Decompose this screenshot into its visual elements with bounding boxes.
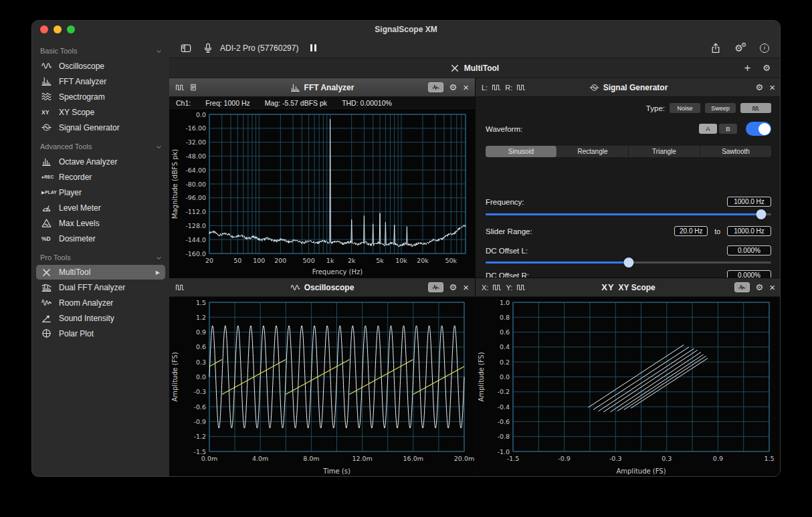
panel-settings-button[interactable]: ⚙: [449, 83, 458, 92]
sidebar-item-max-levels[interactable]: Max Levels: [32, 215, 169, 231]
panel-close-button[interactable]: ×: [463, 82, 469, 92]
xy-scope-icon: XY: [41, 109, 59, 116]
share-button[interactable]: [710, 43, 721, 54]
sidebar-item-label: Dual FFT Analyzer: [59, 283, 125, 292]
svg-text:-160.0: -160.0: [185, 250, 206, 257]
x-channel-label: X:: [482, 284, 488, 292]
multitool-settings-button[interactable]: ⚙: [763, 64, 771, 72]
sidebar-item-label: Oscilloscope: [59, 62, 104, 71]
sidebar-item-sound-intensity[interactable]: Sound Intensity: [32, 310, 169, 326]
slider-knob[interactable]: [756, 209, 767, 219]
sidebar-item-dual-fft-analyzer[interactable]: Dual FFT Analyzer: [32, 280, 169, 295]
sidebar-item-spectrogram[interactable]: Spectrogram: [32, 89, 169, 104]
sidebar-item-room-analyzer[interactable]: Room Analyzer: [32, 295, 169, 310]
chart-display-toggle[interactable]: [734, 282, 750, 292]
sidebar-item-xy-scope[interactable]: XY XY Scope: [32, 104, 169, 120]
y-input-signal-icon[interactable]: [516, 283, 526, 292]
panel-title: Oscilloscope: [304, 283, 354, 292]
range-max-field[interactable]: 1000.0 Hz: [727, 226, 771, 236]
close-window-button[interactable]: [40, 25, 48, 33]
fft-chart[interactable]: 20501002005001k2k5k10k20k50k0.0-16.00-32…: [169, 109, 475, 278]
svg-text:1.2: 1.2: [196, 314, 206, 321]
panel-settings-button[interactable]: ⚙: [756, 83, 764, 92]
segment-rectangle[interactable]: Rectangle: [557, 146, 629, 157]
sidebar-section-basic-tools[interactable]: Basic Tools: [40, 44, 163, 58]
dc-offset-l-label: DC Offset L:: [486, 247, 528, 255]
chevron-down-icon: [155, 47, 163, 55]
svg-text:-0.3: -0.3: [193, 388, 206, 395]
sidebar-item-signal-generator[interactable]: Signal Generator: [32, 120, 169, 135]
sidebar-item-level-meter[interactable]: Level Meter: [32, 200, 169, 215]
slider-fill: [486, 213, 761, 215]
svg-text:16.0m: 16.0m: [403, 455, 423, 462]
frequency-value-field[interactable]: 1000.0 Hz: [727, 197, 771, 207]
fft-panel-header[interactable]: FFT Analyzer ⚙ ×: [169, 78, 475, 97]
sidebar-item-player[interactable]: ▶PLAY Player: [32, 185, 169, 200]
snapshot-icon[interactable]: [189, 83, 198, 92]
frequency-slider[interactable]: [486, 209, 771, 219]
waveform-a-button[interactable]: A: [699, 124, 717, 134]
titlebar[interactable]: SignalScope XM: [32, 21, 780, 38]
sidebar-item-dosimeter[interactable]: %D Dosimeter: [32, 231, 169, 246]
left-output-signal-icon[interactable]: [492, 83, 501, 92]
dc-offset-r-field[interactable]: 0.000%: [727, 270, 771, 278]
svg-text:0.4: 0.4: [500, 343, 510, 350]
desktop-background: SignalScope XM Basic Tools Oscilloscope …: [0, 0, 812, 517]
sidebar-item-label: FFT Analyzer: [59, 77, 106, 86]
sidebar-item-octave-analyzer[interactable]: Octave Analyzer: [32, 154, 169, 169]
svg-text:0.6: 0.6: [500, 328, 510, 336]
add-tool-button[interactable]: +: [744, 62, 750, 74]
sidebar-section-pro-tools[interactable]: Pro Tools: [40, 251, 163, 264]
input-signal-icon[interactable]: [175, 283, 185, 292]
panel-close-button[interactable]: ×: [463, 282, 469, 292]
dc-offset-l-field[interactable]: 0.000%: [727, 245, 771, 255]
multitool-icon: [41, 268, 59, 278]
sidebar-section-advanced-tools[interactable]: Advanced Tools: [40, 140, 163, 153]
oscilloscope-chart[interactable]: 0.0m4.0m8.0m12.0m16.0m20.0m1.51.20.90.60…: [169, 297, 475, 477]
sidebar-item-multitool[interactable]: MultiTool ▶: [36, 265, 165, 280]
sidebar-item-label: Spectrogram: [59, 92, 105, 102]
window-title: SignalScope XM: [32, 25, 780, 34]
panel-settings-button[interactable]: ⚙: [756, 283, 764, 292]
chart-display-toggle[interactable]: [428, 282, 443, 292]
noise-type-button[interactable]: Noise: [670, 103, 700, 113]
sidebar-item-label: XY Scope: [59, 108, 94, 117]
segment-sinusoid[interactable]: Sinusoid: [486, 146, 557, 157]
oscilloscope-panel-header[interactable]: Oscilloscope ⚙ ×: [169, 278, 475, 297]
slider-knob[interactable]: [623, 257, 633, 268]
info-button[interactable]: i: [760, 43, 769, 53]
right-output-signal-icon[interactable]: [516, 83, 526, 92]
sidebar-item-oscilloscope[interactable]: Oscilloscope: [32, 58, 169, 74]
x-input-signal-icon[interactable]: [492, 283, 502, 292]
xy-chart[interactable]: -1.5-0.9-0.30.30.91.51.00.80.60.40.20.0-…: [476, 297, 781, 477]
device-selector[interactable]: ADI-2 Pro (57760297): [203, 43, 298, 54]
pause-button[interactable]: [310, 44, 316, 51]
settings-button[interactable]: ⚙ ⚙: [734, 43, 746, 53]
waveform-type-button[interactable]: [740, 103, 771, 113]
panel-settings-button[interactable]: ⚙: [449, 283, 458, 292]
sidebar-item-fft-analyzer[interactable]: FFT Analyzer: [32, 74, 169, 89]
signal-generator-panel-header[interactable]: L: R: Signal Generator ⚙: [476, 78, 781, 97]
sweep-type-button[interactable]: Sweep: [705, 103, 736, 113]
chart-display-toggle[interactable]: [428, 82, 443, 92]
waveform-enable-toggle[interactable]: [746, 122, 771, 136]
segment-triangle[interactable]: Triangle: [629, 146, 700, 157]
sidebar-item-label: Player: [59, 188, 82, 197]
minimize-window-button[interactable]: [54, 25, 62, 33]
segment-sawtooth[interactable]: Sawtooth: [700, 146, 771, 157]
panel-close-button[interactable]: ×: [769, 82, 775, 92]
sidebar-toggle-button[interactable]: [180, 43, 192, 54]
panel-close-button[interactable]: ×: [769, 282, 775, 292]
range-min-field[interactable]: 20.0 Hz: [674, 226, 708, 236]
waveform-b-button[interactable]: B: [719, 124, 737, 134]
xy-scope-panel: X: Y: XY XY Scope ⚙: [476, 278, 781, 477]
sidebar-item-polar-plot[interactable]: Polar Plot: [32, 326, 169, 341]
pause-bar: [314, 44, 316, 51]
zoom-window-button[interactable]: [67, 25, 75, 33]
xy-scope-panel-header[interactable]: X: Y: XY XY Scope ⚙: [476, 278, 781, 297]
svg-text:1.5: 1.5: [196, 299, 206, 306]
sidebar-item-recorder[interactable]: ●REC Recorder: [32, 169, 169, 185]
svg-text:Amplitude (FS): Amplitude (FS): [478, 352, 485, 401]
readout-channel: Ch1:: [176, 99, 191, 107]
dc-offset-l-slider[interactable]: [486, 257, 771, 268]
